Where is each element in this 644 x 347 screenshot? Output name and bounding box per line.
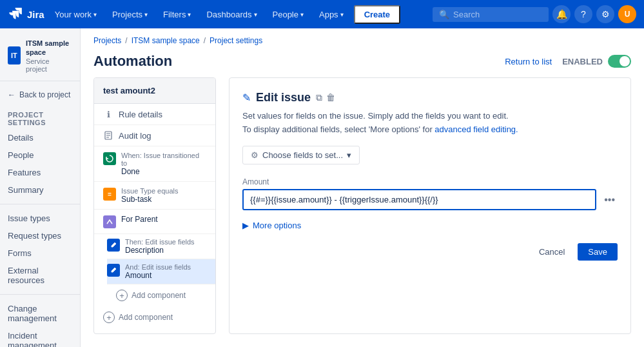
sidebar-item-external-resources[interactable]: External resources [0,262,80,289]
avatar[interactable]: U [618,5,636,23]
sidebar-item-features[interactable]: Features [0,164,80,181]
then-edit-icon [107,239,120,252]
nav-your-work[interactable]: Your work ▾ [50,7,102,22]
edit-panel: ✎ Edit issue ⧉ 🗑 Set values for fields o… [229,77,631,334]
edit-description-line1: Set values for fields on the issue. Simp… [242,111,618,121]
and-edit-issue-step[interactable]: And: Edit issue fields Amount [107,259,215,284]
more-options-toggle[interactable]: ▶ More options [242,221,618,230]
sidebar-project: IT ITSM sample space Service project [0,34,80,81]
amount-input-wrap [242,189,596,210]
breadcrumb-settings[interactable]: Project settings [210,36,262,45]
sidebar-item-request-types[interactable]: Request types [0,227,80,244]
sidebar-divider-2 [0,294,80,295]
nav-people[interactable]: People ▾ [268,7,309,22]
nav-apps[interactable]: Apps ▾ [314,7,349,22]
choose-fields-button[interactable]: ⚙ Choose fields to set... ▾ [242,146,360,164]
rule-panel: test amount2 ℹ Rule details Audit log [93,77,216,334]
chevron-down-icon: ▾ [93,11,97,18]
enabled-badge: ENABLED [562,55,631,68]
breadcrumb-projects[interactable]: Projects [93,36,121,45]
nav-filters[interactable]: Filters ▾ [158,7,196,22]
project-text: ITSM sample space Service project [26,39,72,73]
create-button[interactable]: Create [354,5,400,24]
breadcrumb-sep-2: / [204,36,206,45]
parent-icon [103,215,116,228]
amount-input[interactable] [242,189,596,210]
condition-icon: = [103,188,116,201]
chevron-down-icon: ▾ [254,11,257,18]
project-type: Service project [26,57,72,73]
amount-field-group: Amount ••• [242,177,618,210]
project-name: ITSM sample space [26,39,72,57]
trigger-step-text: When: Issue transitioned to Done [121,152,206,176]
for-parent-step[interactable]: For Parent [94,210,215,234]
audit-log-nav[interactable]: Audit log [94,125,215,146]
nav-projects[interactable]: Projects ▾ [107,7,153,22]
copy-icon[interactable]: ⧉ [316,92,322,103]
sidebar-item-forms[interactable]: Forms [0,244,80,262]
then-edit-text: Then: Edit issue fields Description [125,238,195,255]
project-icon: IT [8,46,21,64]
chevron-down-icon: ▾ [300,11,304,18]
edit-title: Edit issue [256,91,311,104]
trigger-step[interactable]: When: Issue transitioned to Done [94,146,215,182]
enabled-toggle[interactable] [608,55,631,68]
sidebar-item-issue-types[interactable]: Issue types [0,210,80,227]
then-edit-issue-step[interactable]: Then: Edit issue fields Description [107,234,215,259]
amount-label: Amount [242,177,618,186]
rule-details-nav[interactable]: ℹ Rule details [94,104,215,125]
return-to-list-link[interactable]: Return to list [505,57,552,66]
sidebar-divider [0,204,80,204]
cancel-button[interactable]: Cancel [531,243,572,261]
edit-header: ✎ Edit issue ⧉ 🗑 [242,91,618,104]
add-circle-outer-icon: + [103,312,115,323]
and-edit-text: And: Edit issue fields Amount [125,263,191,280]
amount-field-row: ••• [242,189,618,210]
rule-details-icon: ℹ [103,109,113,119]
search-box[interactable]: 🔍 Search [433,7,549,22]
sidebar-item-summary[interactable]: Summary [0,181,80,199]
add-component-outer[interactable]: + Add component [94,306,215,328]
edit-description-line2: To display additional fields, select 'Mo… [242,124,618,134]
enabled-label: ENABLED [562,57,603,66]
page-wrapper: IT ITSM sample space Service project ← B… [0,28,644,347]
jira-logo[interactable]: Jira [8,6,44,22]
chevron-down-icon: ▾ [347,150,351,160]
advanced-field-editing-link[interactable]: advanced field editing. [434,124,518,134]
back-to-project[interactable]: ← Back to project [0,86,80,103]
chevron-down-icon: ▾ [144,11,148,18]
notifications-button[interactable]: 🔔 [552,5,571,23]
main-content: Projects / ITSM sample space / Project s… [81,28,644,347]
two-panel: test amount2 ℹ Rule details Audit log [81,77,644,347]
and-edit-icon [107,264,120,277]
add-component-inner[interactable]: + Add component [107,284,215,306]
condition-step[interactable]: = Issue Type equals Sub-task [94,182,215,210]
nav-dashboards[interactable]: Dashboards ▾ [201,7,262,22]
amount-more-options-button[interactable]: ••• [601,192,618,208]
back-icon: ← [8,90,15,99]
settings-button[interactable]: ⚙ [596,5,614,23]
expand-icon: ▶ [242,221,249,230]
child-steps: Then: Edit issue fields Description And:… [94,234,215,306]
header-right: Return to list ENABLED [505,55,631,68]
breadcrumb-sep-1: / [125,36,127,45]
delete-icon[interactable]: 🗑 [326,92,335,103]
sidebar-item-people[interactable]: People [0,146,80,164]
action-buttons: Cancel Save [242,243,618,261]
sidebar-section-label: Project settings [0,103,80,129]
condition-step-text: Issue Type equals Sub-task [121,187,178,204]
automation-title: Automation [93,53,172,70]
sidebar-item-incident-management[interactable]: Incident management [0,327,80,347]
chevron-down-icon: ▾ [188,11,191,18]
chevron-down-icon: ▾ [340,11,344,18]
nav-right-section: 🔍 Search 🔔 ? ⚙ U [433,5,636,23]
breadcrumb-space[interactable]: ITSM sample space [132,36,200,45]
edit-action-icons: ⧉ 🗑 [316,92,335,103]
rule-name: test amount2 [94,78,215,104]
sidebar-item-change-management[interactable]: Change management [0,300,80,327]
sidebar-item-details[interactable]: Details [0,129,80,146]
trigger-icon [103,152,116,165]
help-button[interactable]: ? [574,5,592,23]
for-parent-step-text: For Parent [121,215,158,224]
save-button[interactable]: Save [578,243,618,261]
